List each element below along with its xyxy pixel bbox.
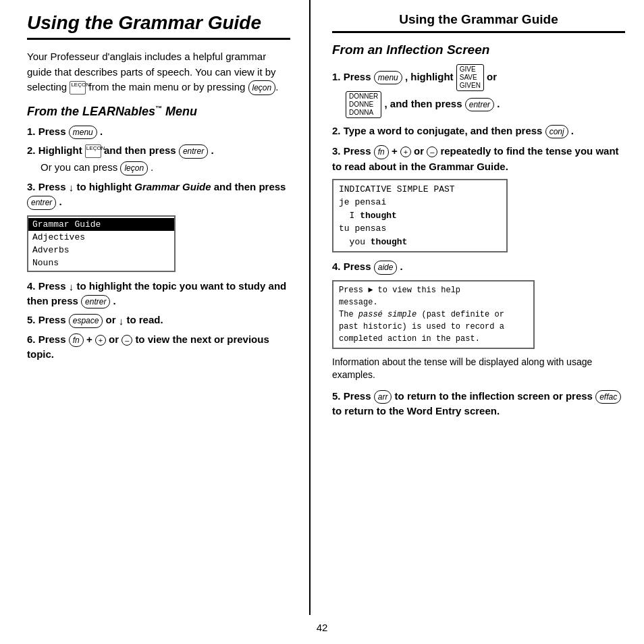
menu-icon: LEÇON: [70, 81, 88, 92]
page: Using the Grammar Guide Your Professeur …: [0, 0, 644, 644]
section2-heading: From an Inflection Screen: [332, 43, 625, 57]
plus-circle-6: +: [95, 335, 106, 346]
steps-list-right-final: 5. Press arr to return to the inflection…: [332, 389, 625, 418]
right-column: Using the Grammar Guide From an Inflecti…: [311, 0, 644, 615]
arrow-down-5: ↓: [119, 314, 124, 328]
minus-circle-6: –: [122, 335, 132, 346]
step-left-6: 6. Press fn + + or – to view the next or…: [27, 332, 290, 361]
help-line1: Press ► to view this help: [339, 284, 528, 296]
give-key: GIVESAVEGIVEN: [456, 64, 484, 91]
page-footer: 42: [0, 615, 644, 644]
steps-list-left-cont: 4. Press ↓ to highlight the topic you wa…: [27, 279, 290, 362]
aide-key: aide: [374, 261, 398, 275]
fn-key-6: fn: [69, 333, 84, 348]
indicative-line4: you thought: [339, 236, 501, 249]
section1-heading: From the LEARNables™ Menu: [27, 105, 290, 119]
entrer-key-2: entrer: [179, 144, 208, 159]
info-text: Information about the tense will be disp…: [332, 356, 625, 382]
donner-key: DONNERDONNEDONNA: [346, 91, 381, 118]
conj-key: conj: [545, 125, 568, 139]
step-left-2: 2. Highlight LEÇON and then press entrer…: [27, 143, 290, 175]
arrow-down-4: ↓: [69, 279, 74, 294]
lecon-icon-inline: LEÇON: [70, 81, 86, 95]
help-line2: message.: [339, 296, 528, 308]
main-columns: Using the Grammar Guide Your Professeur …: [0, 0, 644, 615]
left-title: Using the Grammar Guide: [27, 12, 290, 34]
intro-text2: from the main menu or by pressing: [89, 81, 246, 92]
indicative-line1: je pensai: [339, 196, 501, 209]
steps-list-right-cont: 4. Press aide .: [332, 259, 625, 274]
help-line4: past historic) is used to record a: [339, 321, 528, 333]
step-right-5: 5. Press arr to return to the inflection…: [332, 389, 625, 418]
or-line-2: Or you can press leçon .: [41, 160, 290, 176]
menu-item-0: Grammar Guide: [28, 218, 174, 231]
right-divider: [332, 31, 625, 33]
indicative-screen-box: INDICATIVE SIMPLE PAST je pensai I thoug…: [332, 179, 508, 253]
minus-circle-r3: –: [427, 146, 437, 157]
left-header: Using the Grammar Guide: [27, 12, 290, 40]
indicative-title: INDICATIVE SIMPLE PAST: [339, 183, 501, 196]
lecon-key: leçon: [248, 80, 276, 95]
step-right-3: 3. Press fn + + or – repeatedly to find …: [332, 144, 625, 173]
menu-item-2: Adverbs: [28, 244, 174, 257]
step-right-1: 1. Press menu , highlight GIVESAVEGIVEN …: [332, 64, 625, 118]
indicative-line3: tu pensas: [339, 222, 501, 236]
arr-key: arr: [374, 390, 392, 404]
help-line3: The passé simple (past definite or: [339, 308, 528, 321]
donner-key-wrap: DONNERDONNEDONNA , and then press entrer…: [346, 91, 500, 118]
menu-item-3: Nouns: [28, 257, 174, 269]
left-divider: [27, 38, 290, 40]
fn-key-r3: fn: [374, 145, 389, 159]
grammar-menu-box: Grammar Guide Adjectives Adverbs Nouns: [27, 215, 176, 272]
entrer-key-4: entrer: [81, 295, 110, 309]
menu-key-1: menu: [69, 126, 97, 140]
step-left-4: 4. Press ↓ to highlight the topic you wa…: [27, 279, 290, 309]
step-left-5: 5. Press espace or ↓ to read.: [27, 313, 290, 328]
arrow-down-3: ↓: [69, 180, 74, 194]
menu-item-1: Adjectives: [28, 231, 174, 244]
step-left-1: 1. Press menu .: [27, 124, 290, 139]
step-right-4: 4. Press aide .: [332, 259, 625, 274]
right-header: Using the Grammar Guide: [332, 12, 625, 33]
lecon-icon-step2: LEÇON: [85, 144, 101, 158]
menu-key-r1: menu: [374, 71, 402, 85]
steps-list-left: 1. Press menu . 2. Highlight LEÇON and t…: [27, 124, 290, 209]
step-right-2: 2. Type a word to conjugate, and then pr…: [332, 124, 625, 138]
entrer-key-r1: entrer: [465, 98, 494, 112]
page-number: 42: [317, 622, 328, 633]
effac-key: effac: [595, 390, 621, 404]
step-left-3: 3. Press ↓ to highlight Grammar Guide an…: [27, 180, 290, 210]
help-line5: completed action in the past.: [339, 333, 528, 345]
lecon-key-or: leçon: [120, 161, 148, 176]
steps-list-right: 1. Press menu , highlight GIVESAVEGIVEN …: [332, 64, 625, 173]
intro-paragraph: Your Professeur d'anglais includes a hel…: [27, 49, 290, 95]
indicative-line2: I thought: [339, 209, 501, 223]
plus-circle-r3: +: [400, 146, 411, 157]
help-screen-box: Press ► to view this help message. The p…: [332, 280, 535, 349]
espace-key: espace: [69, 314, 103, 328]
entrer-key-3: entrer: [27, 196, 56, 210]
right-title: Using the Grammar Guide: [332, 12, 625, 27]
left-column: Using the Grammar Guide Your Professeur …: [0, 0, 311, 615]
